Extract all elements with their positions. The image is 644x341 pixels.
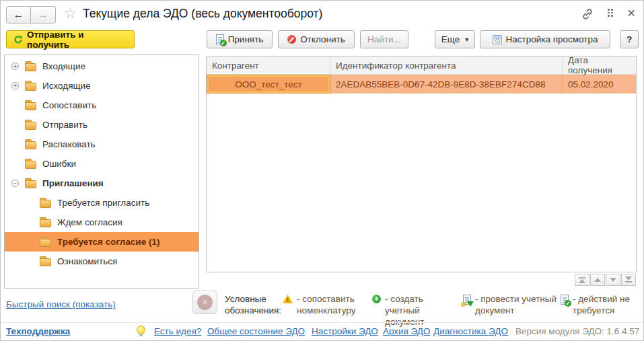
cell-identifier[interactable]: 2AEDAB55BEB-0D67-42DB-9E8D-38EBF274CD88 [330,75,563,93]
more-menu-icon[interactable] [608,9,613,17]
expand-icon[interactable] [11,82,19,89]
tree-item-label: Ждем согласия [57,217,122,227]
folder-icon [25,63,36,71]
tree-item-invitations[interactable]: Приглашения [5,174,199,193]
tree-item-label: Сопоставить [42,100,96,110]
folders-tree: Входящие Исходящие Сопоставить Отправить… [4,54,199,289]
more-actions-button[interactable]: Еще ▾ [435,30,475,48]
warning-triangle-icon: ! [283,295,293,303]
tree-item-outgoing[interactable]: Исходящие [5,76,199,96]
legend-label: - провести учетный документ [475,293,559,316]
folder-icon [25,141,36,149]
folder-icon [40,219,51,227]
more-label: Еще [441,34,460,44]
accept-doc-icon: ✓ [216,34,224,44]
support-link[interactable]: Техподдержка [6,326,70,336]
post-document-icon [463,295,471,305]
edo-diagnostics-link[interactable]: Диагностика ЭДО [433,326,508,336]
folder-icon [40,258,51,266]
tree-item-errors[interactable]: Ошибки [5,154,199,174]
expand-icon[interactable] [11,63,19,70]
help-button[interactable]: ? [620,30,639,48]
page-title: Текущие дела ЭДО (весь документооборот) [83,7,322,21]
legend-title: Условные обозначения: [225,293,292,316]
legend-item-match: ! - сопоставить номенклатуру [283,293,361,316]
view-settings-button[interactable]: Настройка просмотра [480,30,610,48]
column-header-identifier[interactable]: Идентификатор контрагента [330,56,563,74]
table-scroll-nav [575,274,636,286]
module-version-text: Версия модуля ЭДО: 1.6.4.57 [515,326,639,336]
folder-icon [25,102,36,110]
plus-circle-icon: + [372,295,381,303]
legend-item-post: - провести учетный документ [463,293,559,316]
footer-divider [1,322,643,323]
edo-window: ← → ☆ Текущие дела ЭДО (весь документооб… [0,0,644,341]
legend-label: - действий не требуется [573,293,635,316]
legend-label: - сопоставить номенклатуру [297,293,361,316]
table-row[interactable]: ООО_тест_тест 2AEDAB55BEB-0D67-42DB-9E8D… [207,75,636,93]
scroll-last-button[interactable] [621,274,636,286]
disabled-close-icon: × [197,295,213,310]
scroll-first-button[interactable] [575,274,589,286]
find-button[interactable]: Найти... [360,30,408,48]
forward-icon: → [38,9,48,21]
tree-item-label: Требуется пригласить [57,198,149,208]
history-nav: ← → [6,6,56,24]
folder-icon [25,180,36,188]
edo-state-link[interactable]: Общее состояние ЭДО [207,326,305,336]
tree-item-consent-required[interactable]: Требуется согласие (1) [5,232,199,252]
forward-button[interactable]: → [31,6,56,24]
cell-contragent[interactable]: ООО_тест_тест [207,75,330,93]
scroll-up-button[interactable] [590,274,605,286]
folder-icon [40,239,51,247]
tree-item-match[interactable]: Сопоставить [5,96,199,115]
idea-bulb-icon [137,326,145,334]
tree-item-label: Отправить [42,120,87,130]
folder-icon [25,161,36,169]
table-header: Контрагент Идентификатор контрагента Дат… [207,56,636,75]
decline-button[interactable]: Отклонить [278,30,355,48]
tree-item-label: Исходящие [42,81,91,91]
tree-item-label: Ознакомиться [57,256,117,266]
accept-label: Принять [228,34,264,44]
tree-item-label: Требуется согласие (1) [57,237,159,247]
tree-item-incoming[interactable]: Входящие [5,56,199,76]
back-button[interactable]: ← [6,6,31,24]
help-icon: ? [627,34,632,44]
edo-archive-link[interactable]: Архив ЭДО [383,326,430,336]
tree-item-label: Ошибки [42,159,76,169]
cell-date[interactable]: 05.02.2020 [563,75,636,93]
accept-button[interactable]: ✓ Принять [207,30,273,48]
folder-icon [25,83,36,91]
tree-item-label: Входящие [42,61,85,71]
decline-label: Отклонить [300,34,345,44]
close-icon[interactable]: × [624,5,639,21]
quick-search-link[interactable]: Быстрый поиск (показать) [6,299,116,309]
idea-link[interactable]: Есть идея? [154,326,201,336]
tree-item-review[interactable]: Ознакомиться [5,252,199,271]
documents-table: Контрагент Идентификатор контрагента Дат… [206,56,637,272]
decline-icon [287,35,296,44]
folder-icon [25,122,36,130]
clear-selection-button[interactable]: × [192,291,217,314]
favorite-star-icon[interactable]: ☆ [64,5,77,22]
tree-item-unpack[interactable]: Распаковать [5,135,199,154]
tree-item-send[interactable]: Отправить [5,115,199,135]
chevron-down-icon: ▾ [465,36,468,43]
back-icon: ← [13,9,24,21]
column-header-contragent[interactable]: Контрагент [207,56,330,74]
send-receive-button[interactable]: Отправить и получить [6,30,135,48]
scroll-down-button[interactable] [606,274,620,286]
legend-item-no-action: ✓ - действий не требуется [561,293,635,316]
tree-item-awaiting-consent[interactable]: Ждем согласия [5,213,199,232]
find-label: Найти... [367,34,401,44]
collapse-icon[interactable] [11,180,19,187]
view-settings-label: Настройка просмотра [506,34,598,44]
edo-settings-link[interactable]: Настройки ЭДО [312,326,378,336]
document-check-icon: ✓ [561,295,569,305]
view-settings-icon [493,35,502,44]
tree-item-need-invite[interactable]: Требуется пригласить [5,193,199,213]
send-receive-label: Отправить и получить [27,30,127,50]
get-link-icon[interactable] [580,7,595,23]
column-header-date[interactable]: Дата получения [563,56,636,74]
